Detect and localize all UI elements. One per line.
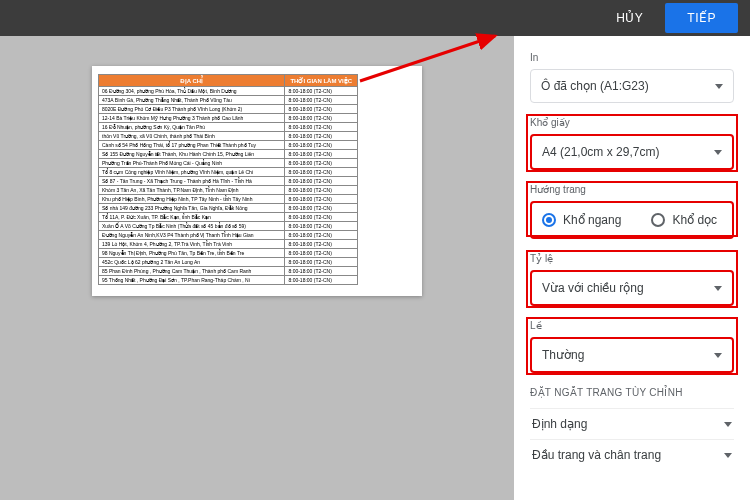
- table-row: 85 Phan Đình Phùng , Phường Cam Thuận , …: [99, 267, 358, 276]
- chevron-down-icon: [724, 453, 732, 458]
- cell-address: Cành số 54 Phố Hồng Thái, tổ 17 phường P…: [99, 141, 285, 150]
- cell-time: 8:00-18:00 (T2-CN): [285, 195, 358, 204]
- cancel-button[interactable]: HỦY: [602, 3, 657, 33]
- cell-address: Phường Trần Phú-Thành Phố Móng Cái - Quả…: [99, 159, 285, 168]
- print-preview-area: ĐỊA CHỈ THỜI GIAN LÀM VIỆC 06 Đường 304,…: [0, 36, 514, 500]
- table-row: Khóm 3 Tân An, Xã Tân Thành, TP.Nam Định…: [99, 186, 358, 195]
- table-row: Phường Trần Phú-Thành Phố Móng Cái - Quả…: [99, 159, 358, 168]
- cell-address: Số 155 Đường Nguyễn tất Thành, Khu Hành …: [99, 150, 285, 159]
- cell-time: 8:00-18:00 (T2-CN): [285, 114, 358, 123]
- cell-time: 8:00-18:00 (T2-CN): [285, 168, 358, 177]
- cell-time: 8:00-18:00 (T2-CN): [285, 150, 358, 159]
- header-address: ĐỊA CHỈ: [99, 75, 285, 87]
- table-row: 98 Nguyễn Thị Định, Phường Phú Tân, Tp B…: [99, 249, 358, 258]
- table-row: Cành số 54 Phố Hồng Thái, tổ 17 phường P…: [99, 141, 358, 150]
- cell-time: 8:00-18:00 (T2-CN): [285, 276, 358, 285]
- cell-time: 8:00-18:00 (T2-CN): [285, 267, 358, 276]
- cell-address: 452c Quốc Lộ 62 phường 2 Tân An Long An: [99, 258, 285, 267]
- table-row: Số nhà 149 đường 233 Phường Nghĩa Tân, G…: [99, 204, 358, 213]
- cell-address: 16 Đỗ Nhuận, phường Sơn Kỳ, Quận Tân Phú: [99, 123, 285, 132]
- cell-address: Khóm 3 Tân An, Xã Tân Thành, TP.Nam Định…: [99, 186, 285, 195]
- cell-time: 8:00-18:00 (T2-CN): [285, 222, 358, 231]
- data-table: ĐỊA CHỈ THỜI GIAN LÀM VIỆC 06 Đường 304,…: [98, 74, 358, 285]
- table-row: Số 87 - Tân Trung - Xã Thạch Trung - Thà…: [99, 177, 358, 186]
- table-row: 8020E Đường Phó Cơ Điều P3 Thành phố Vĩn…: [99, 105, 358, 114]
- cell-address: Xuân Ổ A Võ Cường Tp Bắc Ninh (Thửa đất …: [99, 222, 285, 231]
- print-label: In: [530, 52, 734, 63]
- print-range-dropdown[interactable]: Ô đã chọn (A1:G23): [530, 69, 734, 103]
- table-row: 16 Đỗ Nhuận, phường Sơn Kỳ, Quận Tân Phú…: [99, 123, 358, 132]
- cell-time: 8:00-18:00 (T2-CN): [285, 159, 358, 168]
- cell-address: 06 Đường 304, phường Phú Hòa, Thủ Dầu Mộ…: [99, 87, 285, 96]
- chevron-down-icon: [724, 422, 732, 427]
- format-section-toggle[interactable]: Định dạng: [530, 408, 734, 439]
- cell-address: 473A Bình Gá, Phường Thắng Nhất, Thành P…: [99, 96, 285, 105]
- cell-time: 8:00-18:00 (T2-CN): [285, 213, 358, 222]
- scale-label: Tỷ lệ: [530, 253, 734, 264]
- table-row: thôn Vũ Trường, xã Vũ Chính, thành phố T…: [99, 132, 358, 141]
- table-row: Tổ 8 cụm Công nghiệp Vĩnh Niệm, phường V…: [99, 168, 358, 177]
- orientation-landscape-radio[interactable]: Khổ ngang: [542, 213, 621, 227]
- margin-label: Lề: [530, 320, 734, 331]
- chevron-down-icon: [714, 150, 722, 155]
- cell-time: 8:00-18:00 (T2-CN): [285, 186, 358, 195]
- table-row: Khu phố Hiệp Bình, Phường Hiệp Ninh, TP …: [99, 195, 358, 204]
- print-range-value: Ô đã chọn (A1:G23): [541, 79, 649, 93]
- cell-address: 95 Thống Nhất , Phường Đại Sơn , TP.Phan…: [99, 276, 285, 285]
- radio-icon: [542, 213, 556, 227]
- cell-time: 8:00-18:00 (T2-CN): [285, 123, 358, 132]
- cell-time: 8:00-18:00 (T2-CN): [285, 132, 358, 141]
- cell-address: 12-14 Bà Triệu Khóm Mỹ Hưng Phường 3 Thà…: [99, 114, 285, 123]
- cell-address: Tổ 11A, P. Đức Xuân, TP. Bắc Kạn, tỉnh B…: [99, 213, 285, 222]
- cell-address: 85 Phan Đình Phùng , Phường Cam Thuận , …: [99, 267, 285, 276]
- preview-page: ĐỊA CHỈ THỜI GIAN LÀM VIỆC 06 Đường 304,…: [92, 66, 422, 296]
- paper-size-dropdown[interactable]: A4 (21,0cm x 29,7cm): [530, 134, 734, 170]
- margin-dropdown[interactable]: Thường: [530, 337, 734, 373]
- table-row: 139 Lò Hột, Khóm 4, Phường 2, TP.Trà Vin…: [99, 240, 358, 249]
- cell-time: 8:00-18:00 (T2-CN): [285, 249, 358, 258]
- table-row: 06 Đường 304, phường Phú Hòa, Thủ Dầu Mộ…: [99, 87, 358, 96]
- cell-time: 8:00-18:00 (T2-CN): [285, 240, 358, 249]
- chevron-down-icon: [714, 353, 722, 358]
- margin-value: Thường: [542, 348, 584, 362]
- cell-time: 8:00-18:00 (T2-CN): [285, 204, 358, 213]
- scale-dropdown[interactable]: Vừa với chiều rộng: [530, 270, 734, 306]
- table-row: 12-14 Bà Triệu Khóm Mỹ Hưng Phường 3 Thà…: [99, 114, 358, 123]
- orientation-portrait-radio[interactable]: Khổ dọc: [651, 213, 717, 227]
- cell-time: 8:00-18:00 (T2-CN): [285, 105, 358, 114]
- cell-address: Khu phố Hiệp Bình, Phường Hiệp Ninh, TP …: [99, 195, 285, 204]
- cell-time: 8:00-18:00 (T2-CN): [285, 141, 358, 150]
- table-row: Tổ 11A, P. Đức Xuân, TP. Bắc Kạn, tỉnh B…: [99, 213, 358, 222]
- cell-address: Đường Nguyễn An Ninh,KV3 P4 Thành phố Vị…: [99, 231, 285, 240]
- table-row: 95 Thống Nhất , Phường Đại Sơn , TP.Phan…: [99, 276, 358, 285]
- table-row: Xuân Ổ A Võ Cường Tp Bắc Ninh (Thửa đất …: [99, 222, 358, 231]
- next-button[interactable]: TIẾP: [665, 3, 738, 33]
- cell-address: Số nhà 149 đường 233 Phường Nghĩa Tân, G…: [99, 204, 285, 213]
- table-row: Số 155 Đường Nguyễn tất Thành, Khu Hành …: [99, 150, 358, 159]
- orientation-group: Khổ ngang Khổ dọc: [530, 201, 734, 239]
- header-footer-section-toggle[interactable]: Đầu trang và chân trang: [530, 439, 734, 470]
- chevron-down-icon: [715, 84, 723, 89]
- cell-address: Số 87 - Tân Trung - Xã Thạch Trung - Thà…: [99, 177, 285, 186]
- cell-address: thôn Vũ Trường, xã Vũ Chính, thành phố T…: [99, 132, 285, 141]
- scale-value: Vừa với chiều rộng: [542, 281, 644, 295]
- table-row: 473A Bình Gá, Phường Thắng Nhất, Thành P…: [99, 96, 358, 105]
- cell-address: Tổ 8 cụm Công nghiệp Vĩnh Niệm, phường V…: [99, 168, 285, 177]
- cell-address: 8020E Đường Phó Cơ Điều P3 Thành phố Vĩn…: [99, 105, 285, 114]
- header-time: THỜI GIAN LÀM VIỆC: [285, 75, 358, 87]
- table-row: Đường Nguyễn An Ninh,KV3 P4 Thành phố Vị…: [99, 231, 358, 240]
- paper-size-value: A4 (21,0cm x 29,7cm): [542, 145, 659, 159]
- cell-time: 8:00-18:00 (T2-CN): [285, 231, 358, 240]
- cell-time: 8:00-18:00 (T2-CN): [285, 96, 358, 105]
- custom-page-breaks-link[interactable]: ĐẶT NGẮT TRANG TÙY CHỈNH: [530, 387, 734, 398]
- print-settings-sidebar: In Ô đã chọn (A1:G23) Khổ giấy A4 (21,0c…: [514, 36, 750, 500]
- orientation-label: Hướng trang: [530, 184, 734, 195]
- paper-size-label: Khổ giấy: [530, 117, 734, 128]
- chevron-down-icon: [714, 286, 722, 291]
- cell-time: 8:00-18:00 (T2-CN): [285, 258, 358, 267]
- radio-icon: [651, 213, 665, 227]
- cell-address: 98 Nguyễn Thị Định, Phường Phú Tân, Tp B…: [99, 249, 285, 258]
- cell-time: 8:00-18:00 (T2-CN): [285, 177, 358, 186]
- top-toolbar: HỦY TIẾP: [0, 0, 750, 36]
- table-row: 452c Quốc Lộ 62 phường 2 Tân An Long An8…: [99, 258, 358, 267]
